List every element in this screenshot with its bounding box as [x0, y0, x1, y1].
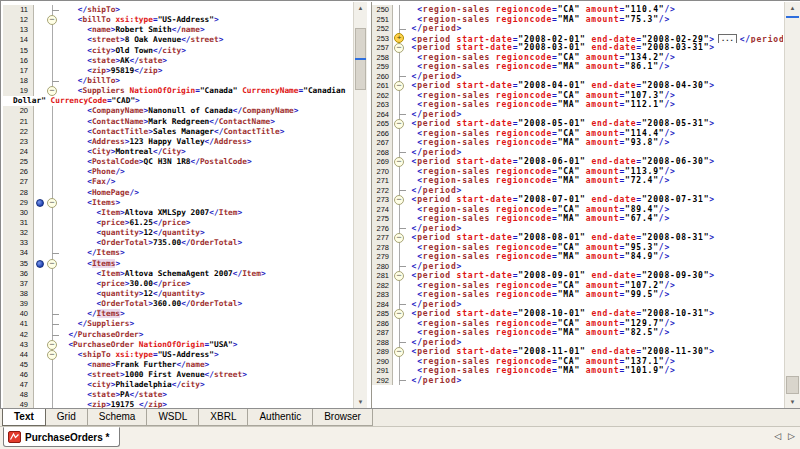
editor-pane-left[interactable]: 11</shipTo>12−<billTo xsi:type="US-Addre…	[3, 2, 353, 408]
code-line[interactable]: <region-sales regioncode="CA" amount="12…	[406, 319, 783, 329]
code-line[interactable]: <ContactName>Mark Redgreen</ContactName>	[59, 117, 353, 127]
code-line[interactable]: <zip>95819</zip>	[59, 66, 353, 76]
code-line[interactable]: <Items>	[59, 198, 353, 208]
fold-minus-icon[interactable]: −	[394, 271, 404, 281]
code-line[interactable]: <region-sales regioncode="MA" amount="67…	[406, 214, 783, 224]
code-line[interactable]: <region-sales regioncode="CA" amount="95…	[406, 243, 783, 253]
fold-minus-icon[interactable]: −	[394, 119, 404, 129]
code-line[interactable]: <period start-date="2008-10-01" end-date…	[406, 309, 783, 319]
code-line[interactable]: <ContactTitle>Sales Manager</ContactTitl…	[59, 127, 353, 137]
code-line[interactable]: <OrderTotal>735.00</OrderTotal>	[59, 238, 353, 248]
code-line[interactable]: <price>61.25</price>	[59, 218, 353, 228]
tab-wsdl[interactable]: WSDL	[146, 409, 199, 426]
fold-minus-icon[interactable]: −	[47, 350, 57, 360]
code-line[interactable]: <region-sales regioncode="MA" amount="11…	[406, 100, 783, 110]
code-line[interactable]: Dollar" CurrencyCode="CAD">	[3, 96, 353, 106]
document-tab-purchaseorders[interactable]: PurchaseOrders *	[3, 427, 120, 447]
tab-grid[interactable]: Grid	[45, 409, 88, 426]
code-line[interactable]: <region-sales regioncode="CA" amount="11…	[406, 5, 783, 15]
scroll-down-icon[interactable]: ▼	[785, 396, 800, 408]
code-line[interactable]: <city>Old Town</city>	[59, 46, 353, 56]
code-line[interactable]: <HomePage/>	[59, 188, 353, 198]
tab-scroll-right-icon[interactable]: ▷	[788, 431, 795, 441]
fold-minus-icon[interactable]: −	[394, 43, 404, 53]
code-line[interactable]: <region-sales regioncode="CA" amount="10…	[406, 281, 783, 291]
fold-minus-icon[interactable]: −	[394, 309, 404, 319]
right-scrollbar-thumb[interactable]	[786, 376, 799, 394]
tab-scroll-left-icon[interactable]: ◁	[774, 431, 781, 441]
code-line[interactable]: <period start-date="2008-03-01" end-date…	[406, 43, 783, 53]
code-line[interactable]: <state>PA</state>	[59, 390, 353, 400]
code-line[interactable]: <name>Frank Further</name>	[59, 360, 353, 370]
code-line[interactable]: </period>	[406, 224, 783, 234]
editor-pane-right[interactable]: 250<region-sales regioncode="CA" amount=…	[371, 2, 783, 408]
code-line[interactable]: <Items>	[59, 259, 353, 269]
code-line[interactable]: <region-sales regioncode="MA" amount="99…	[406, 290, 783, 300]
code-line[interactable]: </period>	[406, 72, 783, 82]
code-line[interactable]: <OrderTotal>360.00</OrderTotal>	[59, 299, 353, 309]
code-line[interactable]: <price>30.00</price>	[59, 279, 353, 289]
right-vertical-scrollbar[interactable]: ▲ ▼	[784, 2, 800, 408]
code-line[interactable]: <period start-date="2008-02-01" end-date…	[406, 34, 783, 44]
code-line[interactable]: <billTo xsi:type="US-Address">	[59, 15, 353, 25]
fold-minus-icon[interactable]: −	[394, 195, 404, 205]
code-line[interactable]: <quantity>12</quantity>	[59, 228, 353, 238]
code-line[interactable]: <quantity>12</quantity>	[59, 289, 353, 299]
code-line[interactable]: <region-sales regioncode="MA" amount="10…	[406, 366, 783, 376]
code-line[interactable]: <region-sales regioncode="MA" amount="86…	[406, 62, 783, 72]
fold-minus-icon[interactable]: −	[394, 81, 404, 91]
code-line[interactable]: <street>8 Oak Avenue</street>	[59, 35, 353, 45]
tab-schema[interactable]: Schema	[87, 409, 148, 426]
code-line[interactable]: <City>Montreal</City>	[59, 147, 353, 157]
code-line[interactable]: <region-sales regioncode="CA" amount="11…	[406, 167, 783, 177]
code-line[interactable]: <PostalCode>QC H3N 1R8</PostalCode>	[59, 157, 353, 167]
code-line[interactable]: <period start-date="2008-06-01" end-date…	[406, 157, 783, 167]
code-line[interactable]: <region-sales regioncode="MA" amount="72…	[406, 176, 783, 186]
scroll-up-icon[interactable]: ▲	[354, 2, 367, 14]
code-line[interactable]: <city>Philadelphia</city>	[59, 380, 353, 390]
code-line[interactable]: <region-sales regioncode="CA" amount="10…	[406, 91, 783, 101]
tab-text[interactable]: Text	[2, 409, 46, 426]
fold-minus-icon[interactable]: −	[47, 259, 57, 269]
code-line[interactable]: <period start-date="2008-07-01" end-date…	[406, 195, 783, 205]
tab-authentic[interactable]: Authentic	[247, 409, 313, 426]
code-line[interactable]: <Item>Altova XMLSpy 2007</Item>	[59, 208, 353, 218]
code-line[interactable]: </period>	[406, 262, 783, 272]
code-line[interactable]: <zip>19175 </zip>	[59, 400, 353, 408]
code-line[interactable]: </period>	[406, 110, 783, 120]
code-line[interactable]: <CompanyName>Nanonull of Canada</Company…	[59, 106, 353, 116]
code-line[interactable]: <region-sales regioncode="CA" amount="13…	[406, 357, 783, 367]
code-line[interactable]: </period>	[406, 148, 783, 158]
code-line[interactable]: </Items>	[59, 309, 353, 319]
code-line[interactable]: </period>	[406, 376, 783, 386]
code-line[interactable]: <name>Robert Smith</name>	[59, 25, 353, 35]
code-line[interactable]: <region-sales regioncode="CA" amount="89…	[406, 205, 783, 215]
tab-browser[interactable]: Browser	[312, 409, 373, 426]
code-line[interactable]: <region-sales regioncode="CA" amount="11…	[406, 129, 783, 139]
code-line[interactable]: </period>	[406, 24, 783, 34]
code-line[interactable]: <region-sales regioncode="MA" amount="84…	[406, 252, 783, 262]
fold-minus-icon[interactable]: −	[47, 198, 57, 208]
code-line[interactable]: </billTo>	[59, 76, 353, 86]
collapsed-content-box[interactable]: ...	[718, 34, 737, 44]
code-line[interactable]: </period>	[406, 186, 783, 196]
code-line[interactable]: <region-sales regioncode="CA" amount="13…	[406, 53, 783, 63]
fold-minus-icon[interactable]: −	[47, 86, 57, 96]
code-line[interactable]: <region-sales regioncode="MA" amount="93…	[406, 138, 783, 148]
code-line[interactable]: <state>AK</state>	[59, 56, 353, 66]
code-line[interactable]: <Fax/>	[59, 177, 353, 187]
fold-minus-icon[interactable]: −	[394, 233, 404, 243]
code-line[interactable]: <period start-date="2008-04-01" end-date…	[406, 81, 783, 91]
code-line[interactable]: <period start-date="2008-11-01" end-date…	[406, 347, 783, 357]
code-line[interactable]: <Suppliers NationOfOrigin="Canada" Curre…	[59, 86, 353, 96]
code-line[interactable]: </period>	[406, 300, 783, 310]
code-line[interactable]: <PurchaseOrder NationOfOrigin="USA">	[59, 340, 353, 350]
code-line[interactable]: </Suppliers>	[59, 319, 353, 329]
fold-minus-icon[interactable]: −	[394, 347, 404, 357]
scroll-up-icon[interactable]: ▲	[785, 2, 800, 14]
tab-xbrl[interactable]: XBRL	[198, 409, 248, 426]
code-line[interactable]: <Phone/>	[59, 167, 353, 177]
code-line[interactable]: <period start-date="2008-05-01" end-date…	[406, 119, 783, 129]
scroll-down-icon[interactable]: ▼	[354, 396, 367, 408]
code-line[interactable]: </PurchaseOrder>	[59, 330, 353, 340]
